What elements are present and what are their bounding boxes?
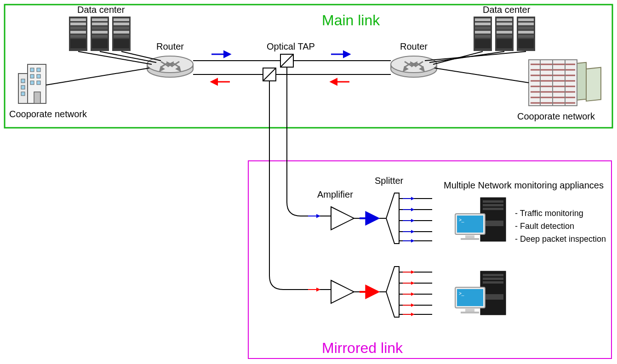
svg-rect-30 [114,31,129,34]
splitter-red-outputs [399,272,432,314]
splitter-blue [386,193,399,244]
svg-rect-20 [92,18,108,21]
splitter-red-arrows [403,272,414,314]
svg-rect-46 [497,31,512,34]
svg-line-79 [425,51,526,61]
mirrored-link-frame [248,161,611,358]
svg-rect-55 [518,39,534,48]
svg-rect-119 [483,281,503,284]
svg-line-72 [46,68,149,85]
svg-rect-44 [497,23,512,25]
svg-rect-118 [483,278,503,280]
svg-rect-37 [475,23,491,25]
svg-rect-43 [497,18,512,21]
left-fanout [46,51,161,85]
mirrored-link-title: Mirrored link [322,340,403,356]
svg-rect-50 [518,18,534,21]
server-racks-left [69,17,131,51]
amplifier-red [331,280,354,303]
tap-drop-red [269,81,331,290]
splitter-red [386,267,399,317]
bullet-2: - Fault detection [515,222,574,231]
svg-rect-40 [475,35,491,38]
corporate-building-left [18,64,46,103]
svg-rect-110 [483,221,503,226]
svg-rect-32 [114,39,129,48]
svg-rect-108 [483,204,503,206]
data-center-right-label: Data center [483,5,531,15]
svg-line-76 [434,68,529,83]
svg-rect-125 [461,312,479,313]
svg-rect-41 [475,39,491,48]
svg-rect-23 [92,31,108,34]
svg-rect-8 [21,79,25,83]
splitter-blue-arrows [403,199,414,241]
svg-rect-9 [21,85,25,89]
right-fanout [425,51,529,83]
svg-rect-39 [475,31,491,34]
svg-rect-3 [37,68,40,72]
corporate-right-label: Cooporate network [517,111,595,121]
diagram: { "sections": { "main_link": { "title": … [0,0,617,364]
svg-rect-10 [21,92,25,96]
svg-rect-38 [475,27,491,29]
svg-rect-107 [483,200,503,203]
svg-rect-15 [70,27,86,29]
router-right-label: Router [400,41,428,51]
svg-rect-22 [92,27,108,29]
svg-rect-25 [92,39,108,48]
svg-rect-48 [497,39,512,48]
main-link-title: Main link [322,12,380,28]
svg-rect-52 [518,27,534,29]
router-left-label: Router [156,41,184,51]
svg-rect-36 [475,18,491,21]
monitoring-title: Multiple Network monitoring appliances [444,180,604,190]
svg-rect-29 [114,27,129,29]
svg-rect-18 [70,39,86,48]
svg-rect-2 [30,68,34,72]
svg-rect-120 [483,294,503,300]
appliance-upper: >_ [455,198,506,241]
optical-tap-bottom [263,68,276,81]
svg-rect-11 [34,92,40,103]
svg-rect-45 [497,27,512,29]
amplifier-blue [331,207,354,230]
bullet-3: - Deep packet inspection [515,234,606,244]
splitter-blue-outputs [399,199,432,241]
svg-rect-115 [461,238,479,240]
appliance-lower: >_ [455,271,506,315]
svg-rect-16 [70,31,86,34]
svg-rect-124 [465,309,474,312]
svg-rect-14 [70,23,86,25]
svg-rect-28 [114,23,129,25]
svg-rect-27 [114,18,129,21]
svg-rect-6 [30,81,34,85]
svg-rect-13 [70,18,86,21]
splitter-label: Splitter [375,176,404,186]
svg-rect-117 [483,274,503,276]
svg-rect-53 [518,31,534,34]
data-center-left-label: Data center [77,5,125,15]
optical-tap-top [280,54,293,67]
amplifier-label: Amplifier [317,189,353,199]
svg-rect-7 [37,81,40,85]
router-right [391,56,437,77]
svg-rect-59 [586,68,601,101]
optical-tap-label: Optical TAP [267,41,315,51]
svg-rect-31 [114,35,129,38]
svg-text:>_: >_ [459,217,464,222]
svg-rect-114 [465,235,474,238]
server-racks-right [474,17,535,51]
svg-rect-17 [70,35,86,38]
corporate-buildings-right [529,60,601,106]
svg-rect-47 [497,35,512,38]
svg-rect-51 [518,23,534,25]
svg-text:>_: >_ [459,291,464,296]
svg-rect-54 [518,35,534,38]
svg-rect-5 [37,74,40,78]
svg-rect-4 [30,74,34,78]
bullet-1: - Traffic monitoring [515,209,583,218]
diagram-svg: Main link Mirrored link Cooporate networ… [0,0,617,364]
svg-rect-21 [92,23,108,25]
corporate-left-label: Cooporate network [9,109,87,119]
